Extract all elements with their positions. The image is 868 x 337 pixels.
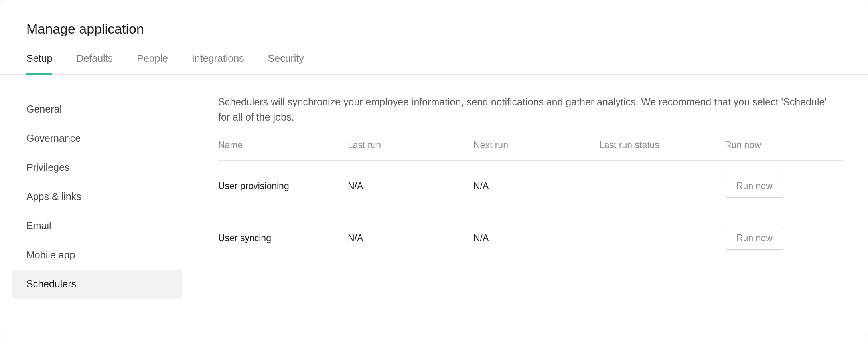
cell-last-run: N/A <box>348 181 473 192</box>
sidebar-item-apps-links[interactable]: Apps & links <box>12 182 182 211</box>
sidebar-item-schedulers[interactable]: Schedulers <box>12 270 182 299</box>
sidebar: General Governance Privileges Apps & lin… <box>0 75 194 299</box>
tab-defaults[interactable]: Defaults <box>76 53 113 75</box>
tab-integrations[interactable]: Integrations <box>192 53 244 75</box>
tabs: Setup Defaults People Integrations Secur… <box>0 37 868 75</box>
sidebar-item-mobile-app[interactable]: Mobile app <box>12 240 182 270</box>
table-row: User provisioning N/A N/A Run now <box>218 161 844 212</box>
cell-last-run: N/A <box>348 233 473 244</box>
description: Schedulers will synchronize your employe… <box>218 95 832 125</box>
header-run-now: Run now <box>725 140 844 151</box>
header-next-run: Next run <box>473 140 599 151</box>
table-row: User syncing N/A N/A Run now <box>218 212 844 264</box>
header-name: Name <box>218 140 348 151</box>
run-now-button[interactable]: Run now <box>725 175 784 198</box>
tab-people[interactable]: People <box>137 53 168 75</box>
cell-next-run: N/A <box>473 233 599 244</box>
tab-security[interactable]: Security <box>268 53 304 75</box>
sidebar-item-email[interactable]: Email <box>12 211 182 240</box>
tab-setup[interactable]: Setup <box>26 53 52 75</box>
run-now-button[interactable]: Run now <box>725 227 784 250</box>
header-last-run: Last run <box>348 140 473 151</box>
cell-run-now: Run now <box>725 227 844 250</box>
cell-next-run: N/A <box>473 181 599 192</box>
page-title: Manage application <box>0 0 868 37</box>
header-last-run-status: Last run status <box>599 140 725 151</box>
table-header: Name Last run Next run Last run status R… <box>218 140 844 161</box>
sidebar-item-privileges[interactable]: Privileges <box>12 153 182 182</box>
cell-name: User syncing <box>218 233 348 244</box>
main-content: Schedulers will synchronize your employe… <box>194 75 868 299</box>
sidebar-item-governance[interactable]: Governance <box>12 124 182 153</box>
schedulers-table: Name Last run Next run Last run status R… <box>218 140 844 264</box>
sidebar-item-general[interactable]: General <box>12 95 182 124</box>
cell-name: User provisioning <box>218 181 348 192</box>
cell-run-now: Run now <box>725 175 844 198</box>
